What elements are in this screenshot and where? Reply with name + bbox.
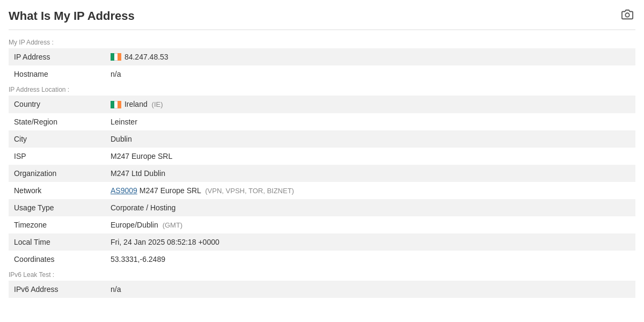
country-label: Country	[9, 96, 105, 113]
hostname-label: Hostname	[9, 65, 105, 83]
table-row: City Dublin	[9, 130, 635, 148]
ipv6-address-label: IPv6 Address	[9, 281, 105, 298]
country-value: Ireland (IE)	[105, 96, 635, 113]
timezone-label: Timezone	[9, 216, 105, 233]
country-flag-icon	[111, 101, 121, 108]
network-note: (VPN, VPSH, TOR, BIZNET)	[205, 187, 294, 195]
table-row: Hostname n/a	[9, 65, 635, 83]
page-header: What Is My IP Address	[9, 6, 635, 30]
state-value: Leinster	[105, 113, 635, 130]
ip-address-value: 84.247.48.53	[105, 48, 635, 65]
flag-orange	[118, 101, 121, 108]
table-row: IP Address 84.247.48.53	[9, 48, 635, 65]
ip-address-label: IP Address	[9, 48, 105, 65]
coordinates-label: Coordinates	[9, 251, 105, 268]
table-row: Organization M247 Ltd Dublin	[9, 165, 635, 182]
table-row: Local Time Fri, 24 Jan 2025 08:52:18 +00…	[9, 233, 635, 251]
network-label: Network	[9, 182, 105, 199]
local-time-value: Fri, 24 Jan 2025 08:52:18 +0000	[105, 233, 635, 251]
state-label: State/Region	[9, 113, 105, 130]
local-time-label: Local Time	[9, 233, 105, 251]
table-row: State/Region Leinster	[9, 113, 635, 130]
isp-value: M247 Europe SRL	[105, 148, 635, 165]
network-link[interactable]: AS9009	[111, 186, 137, 195]
timezone-value: Europe/Dublin (GMT)	[105, 216, 635, 233]
timezone-note: (GMT)	[163, 221, 183, 229]
ipv6-section-label: IPv6 Leak Test :	[9, 268, 635, 281]
isp-label: ISP	[9, 148, 105, 165]
camera-icon	[621, 9, 633, 20]
city-label: City	[9, 130, 105, 148]
city-value: Dublin	[105, 130, 635, 148]
svg-point-0	[625, 13, 629, 17]
table-row: Country Ireland (IE)	[9, 96, 635, 113]
flag-orange	[118, 53, 121, 61]
table-row: Network AS9009 M247 Europe SRL (VPN, VPS…	[9, 182, 635, 199]
camera-button[interactable]	[619, 6, 635, 25]
country-code: (IE)	[152, 100, 163, 108]
location-table: Country Ireland (IE) State/Region Leinst…	[9, 96, 635, 267]
network-isp: M247 Europe SRL	[140, 186, 201, 195]
usage-type-value: Corporate / Hosting	[105, 199, 635, 216]
table-row: IPv6 Address n/a	[9, 281, 635, 298]
flag-green	[111, 101, 114, 108]
ipv6-address-value: n/a	[105, 281, 635, 298]
table-row: ISP M247 Europe SRL	[9, 148, 635, 165]
location-section-label: IP Address Location :	[9, 83, 635, 96]
page-title: What Is My IP Address	[9, 9, 135, 23]
usage-type-label: Usage Type	[9, 199, 105, 216]
table-row: Usage Type Corporate / Hosting	[9, 199, 635, 216]
org-label: Organization	[9, 165, 105, 182]
org-value: M247 Ltd Dublin	[105, 165, 635, 182]
ip-value: 84.247.48.53	[125, 53, 169, 61]
my-ip-section-label: My IP Address :	[9, 35, 635, 48]
table-row: Coordinates 53.3331,-6.2489	[9, 251, 635, 268]
coordinates-value: 53.3331,-6.2489	[105, 251, 635, 268]
flag-icon	[111, 53, 121, 61]
main-container: What Is My IP Address My IP Address : IP…	[0, 0, 644, 304]
table-row: Timezone Europe/Dublin (GMT)	[9, 216, 635, 233]
ipv6-table: IPv6 Address n/a	[9, 281, 635, 298]
country-name: Ireland	[125, 100, 148, 108]
flag-green	[111, 53, 114, 61]
timezone-name: Europe/Dublin	[111, 221, 158, 229]
hostname-value: n/a	[105, 65, 635, 83]
my-ip-table: IP Address 84.247.48.53 Hostname n/a	[9, 48, 635, 83]
network-value: AS9009 M247 Europe SRL (VPN, VPSH, TOR, …	[105, 182, 635, 199]
